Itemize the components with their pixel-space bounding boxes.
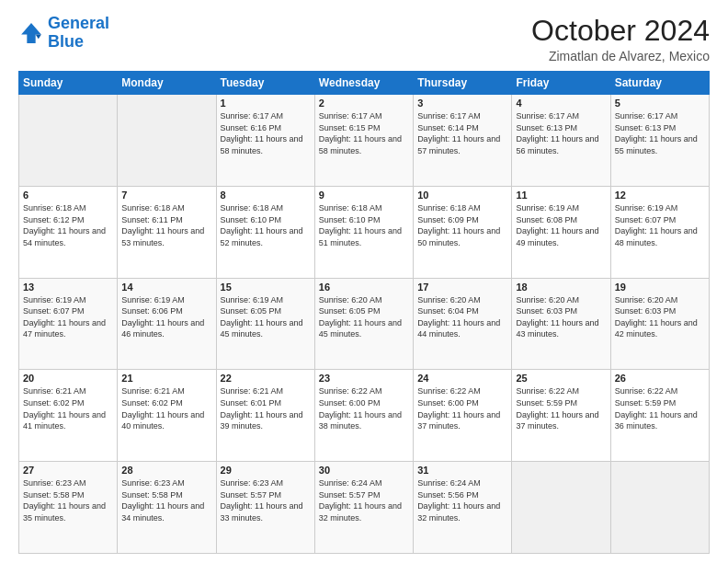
- day-info: Sunrise: 6:20 AM Sunset: 6:03 PM Dayligh…: [516, 294, 606, 340]
- logo: General Blue: [18, 15, 109, 52]
- day-info: Sunrise: 6:23 AM Sunset: 5:58 PM Dayligh…: [121, 477, 211, 523]
- day-number: 1: [221, 98, 311, 109]
- calendar-cell: 30Sunrise: 6:24 AM Sunset: 5:57 PM Dayli…: [314, 462, 413, 554]
- calendar-cell: 19Sunrise: 6:20 AM Sunset: 6:03 PM Dayli…: [610, 278, 709, 370]
- calendar-week-2: 6Sunrise: 6:18 AM Sunset: 6:12 PM Daylig…: [19, 186, 710, 278]
- day-number: 16: [319, 282, 409, 293]
- calendar-cell: 5Sunrise: 6:17 AM Sunset: 6:13 PM Daylig…: [610, 95, 709, 187]
- calendar-cell: 18Sunrise: 6:20 AM Sunset: 6:03 PM Dayli…: [512, 278, 610, 370]
- day-number: 29: [221, 465, 311, 476]
- calendar-cell: 21Sunrise: 6:21 AM Sunset: 6:02 PM Dayli…: [118, 370, 216, 462]
- weekday-header-monday: Monday: [118, 72, 216, 95]
- weekday-header-row: SundayMondayTuesdayWednesdayThursdayFrid…: [19, 72, 710, 95]
- calendar-week-1: 1Sunrise: 6:17 AM Sunset: 6:16 PM Daylig…: [19, 95, 710, 187]
- calendar-week-3: 13Sunrise: 6:19 AM Sunset: 6:07 PM Dayli…: [19, 278, 710, 370]
- day-info: Sunrise: 6:20 AM Sunset: 6:03 PM Dayligh…: [615, 294, 705, 340]
- day-info: Sunrise: 6:22 AM Sunset: 5:59 PM Dayligh…: [615, 385, 705, 431]
- calendar-cell: 25Sunrise: 6:22 AM Sunset: 5:59 PM Dayli…: [512, 370, 610, 462]
- month-title: October 2024: [531, 15, 710, 47]
- header: General Blue October 2024 Zimatlan de Al…: [18, 15, 710, 63]
- day-info: Sunrise: 6:17 AM Sunset: 6:16 PM Dayligh…: [221, 110, 311, 156]
- day-info: Sunrise: 6:20 AM Sunset: 6:05 PM Dayligh…: [319, 294, 409, 340]
- calendar-cell: 12Sunrise: 6:19 AM Sunset: 6:07 PM Dayli…: [610, 186, 709, 278]
- logo-line2: Blue: [48, 32, 84, 51]
- day-info: Sunrise: 6:17 AM Sunset: 6:13 PM Dayligh…: [516, 110, 606, 156]
- day-number: 18: [516, 282, 606, 293]
- calendar-cell: 20Sunrise: 6:21 AM Sunset: 6:02 PM Dayli…: [19, 370, 118, 462]
- day-number: 15: [221, 282, 311, 293]
- day-info: Sunrise: 6:23 AM Sunset: 5:57 PM Dayligh…: [221, 477, 311, 523]
- day-number: 4: [516, 98, 606, 109]
- day-info: Sunrise: 6:19 AM Sunset: 6:08 PM Dayligh…: [516, 202, 606, 248]
- weekday-header-thursday: Thursday: [414, 72, 512, 95]
- calendar-cell: 6Sunrise: 6:18 AM Sunset: 6:12 PM Daylig…: [19, 186, 118, 278]
- day-number: 10: [417, 190, 507, 201]
- calendar-cell: 16Sunrise: 6:20 AM Sunset: 6:05 PM Dayli…: [314, 278, 413, 370]
- day-info: Sunrise: 6:21 AM Sunset: 6:02 PM Dayligh…: [23, 385, 113, 431]
- day-number: 3: [417, 98, 507, 109]
- calendar-cell: [118, 95, 216, 187]
- day-number: 27: [23, 465, 113, 476]
- day-number: 8: [221, 190, 311, 201]
- day-number: 2: [319, 98, 409, 109]
- day-info: Sunrise: 6:24 AM Sunset: 5:57 PM Dayligh…: [319, 477, 409, 523]
- calendar-cell: 11Sunrise: 6:19 AM Sunset: 6:08 PM Dayli…: [512, 186, 610, 278]
- svg-marker-1: [36, 34, 41, 39]
- calendar-cell: 31Sunrise: 6:24 AM Sunset: 5:56 PM Dayli…: [414, 462, 512, 554]
- logo-text: General Blue: [48, 15, 109, 52]
- day-number: 23: [319, 373, 409, 384]
- weekday-header-wednesday: Wednesday: [314, 72, 413, 95]
- day-number: 21: [121, 373, 211, 384]
- day-number: 20: [23, 373, 113, 384]
- logo-line1: General: [48, 14, 109, 32]
- calendar-cell: [512, 462, 610, 554]
- day-info: Sunrise: 6:24 AM Sunset: 5:56 PM Dayligh…: [417, 477, 507, 523]
- day-info: Sunrise: 6:19 AM Sunset: 6:06 PM Dayligh…: [121, 294, 211, 340]
- day-number: 26: [615, 373, 705, 384]
- calendar-cell: 1Sunrise: 6:17 AM Sunset: 6:16 PM Daylig…: [216, 95, 314, 187]
- day-info: Sunrise: 6:21 AM Sunset: 6:02 PM Dayligh…: [121, 385, 211, 431]
- day-number: 22: [221, 373, 311, 384]
- day-number: 25: [516, 373, 606, 384]
- day-info: Sunrise: 6:19 AM Sunset: 6:07 PM Dayligh…: [615, 202, 705, 248]
- calendar-cell: [19, 95, 118, 187]
- calendar-cell: 29Sunrise: 6:23 AM Sunset: 5:57 PM Dayli…: [216, 462, 314, 554]
- day-info: Sunrise: 6:18 AM Sunset: 6:10 PM Dayligh…: [319, 202, 409, 248]
- day-info: Sunrise: 6:22 AM Sunset: 6:00 PM Dayligh…: [319, 385, 409, 431]
- title-block: October 2024 Zimatlan de Alvarez, Mexico: [531, 15, 710, 63]
- logo-icon: [18, 20, 44, 46]
- day-info: Sunrise: 6:20 AM Sunset: 6:04 PM Dayligh…: [417, 294, 507, 340]
- weekday-header-tuesday: Tuesday: [216, 72, 314, 95]
- calendar-cell: 22Sunrise: 6:21 AM Sunset: 6:01 PM Dayli…: [216, 370, 314, 462]
- day-number: 17: [417, 282, 507, 293]
- calendar-cell: 2Sunrise: 6:17 AM Sunset: 6:15 PM Daylig…: [314, 95, 413, 187]
- calendar-cell: 8Sunrise: 6:18 AM Sunset: 6:10 PM Daylig…: [216, 186, 314, 278]
- calendar-week-4: 20Sunrise: 6:21 AM Sunset: 6:02 PM Dayli…: [19, 370, 710, 462]
- day-info: Sunrise: 6:17 AM Sunset: 6:14 PM Dayligh…: [417, 110, 507, 156]
- calendar-cell: 9Sunrise: 6:18 AM Sunset: 6:10 PM Daylig…: [314, 186, 413, 278]
- calendar-cell: 15Sunrise: 6:19 AM Sunset: 6:05 PM Dayli…: [216, 278, 314, 370]
- weekday-header-friday: Friday: [512, 72, 610, 95]
- calendar-cell: 14Sunrise: 6:19 AM Sunset: 6:06 PM Dayli…: [118, 278, 216, 370]
- calendar-cell: 26Sunrise: 6:22 AM Sunset: 5:59 PM Dayli…: [610, 370, 709, 462]
- day-info: Sunrise: 6:23 AM Sunset: 5:58 PM Dayligh…: [23, 477, 113, 523]
- day-info: Sunrise: 6:18 AM Sunset: 6:11 PM Dayligh…: [121, 202, 211, 248]
- calendar-cell: 7Sunrise: 6:18 AM Sunset: 6:11 PM Daylig…: [118, 186, 216, 278]
- day-number: 9: [319, 190, 409, 201]
- day-info: Sunrise: 6:18 AM Sunset: 6:10 PM Dayligh…: [221, 202, 311, 248]
- day-info: Sunrise: 6:22 AM Sunset: 6:00 PM Dayligh…: [417, 385, 507, 431]
- day-number: 6: [23, 190, 113, 201]
- day-number: 7: [121, 190, 211, 201]
- day-number: 11: [516, 190, 606, 201]
- day-number: 5: [615, 98, 705, 109]
- day-info: Sunrise: 6:18 AM Sunset: 6:09 PM Dayligh…: [417, 202, 507, 248]
- weekday-header-sunday: Sunday: [19, 72, 118, 95]
- day-info: Sunrise: 6:19 AM Sunset: 6:05 PM Dayligh…: [221, 294, 311, 340]
- calendar-cell: 10Sunrise: 6:18 AM Sunset: 6:09 PM Dayli…: [414, 186, 512, 278]
- location: Zimatlan de Alvarez, Mexico: [531, 49, 710, 63]
- day-number: 28: [121, 465, 211, 476]
- day-info: Sunrise: 6:19 AM Sunset: 6:07 PM Dayligh…: [23, 294, 113, 340]
- calendar-cell: 23Sunrise: 6:22 AM Sunset: 6:00 PM Dayli…: [314, 370, 413, 462]
- svg-marker-0: [21, 23, 41, 43]
- day-info: Sunrise: 6:17 AM Sunset: 6:13 PM Dayligh…: [615, 110, 705, 156]
